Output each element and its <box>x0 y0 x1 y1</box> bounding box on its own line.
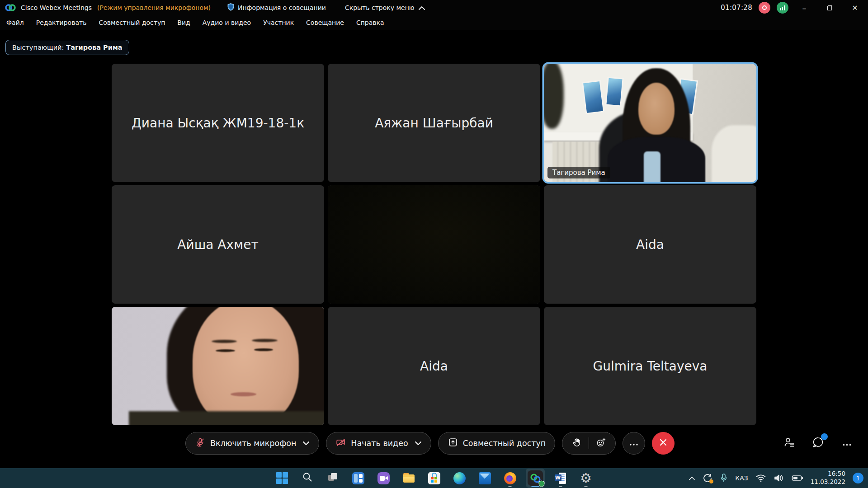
hide-menubar-button[interactable]: Скрыть строку меню <box>345 4 425 12</box>
reactions-group <box>562 432 616 455</box>
notification-count-badge[interactable]: 1 <box>853 473 863 483</box>
participant-tile[interactable]: Gulmira Teltayeva <box>544 307 756 425</box>
unmute-button[interactable]: Включить микрофон <box>185 432 319 455</box>
video-feed <box>544 64 756 182</box>
mail-icon <box>479 472 491 484</box>
more-panels-button[interactable] <box>839 435 855 451</box>
mic-mode-label: (Режим управления микрофоном) <box>97 4 211 11</box>
chat-app-button[interactable] <box>374 469 393 488</box>
microsoft-store-button[interactable] <box>425 469 443 488</box>
participant-tile[interactable]: Диана Ысқақ ЖМ19-18-1к <box>112 64 324 182</box>
participant-name: Аяжан Шағырбай <box>375 116 493 131</box>
controls-right <box>781 435 855 451</box>
participant-tile-active-speaker[interactable]: Тагирова Рима <box>544 64 756 182</box>
start-button[interactable] <box>273 469 292 488</box>
more-options-button[interactable] <box>623 432 645 455</box>
menu-edit[interactable]: Редактировать <box>36 19 87 26</box>
recording-indicator-icon[interactable] <box>759 2 770 14</box>
share-content-button[interactable]: Совместный доступ <box>438 432 556 455</box>
clock-date: 11.03.2022 <box>811 478 845 486</box>
menubar: Файл Редактировать Совместный доступ Вид… <box>0 15 868 30</box>
windows-start-icon <box>276 472 288 484</box>
chevron-down-icon[interactable] <box>302 441 310 446</box>
battery-icon[interactable] <box>792 474 803 483</box>
shield-badge-icon <box>538 480 545 487</box>
meeting-timer: 01:07:28 <box>721 4 752 12</box>
language-indicator[interactable]: КАЗ <box>735 474 748 482</box>
participant-name-chip: Тагирова Рима <box>547 167 610 178</box>
participant-tile[interactable]: Aida <box>544 185 756 304</box>
sync-update-icon[interactable] <box>703 473 712 483</box>
webex-app-button[interactable] <box>526 469 545 488</box>
video-feed <box>112 307 324 425</box>
menu-help[interactable]: Справка <box>356 19 384 26</box>
participant-tile[interactable]: Аяжан Шағырбай <box>328 64 540 182</box>
taskbar-clock[interactable]: 16:50 11.03.2022 <box>811 470 845 486</box>
settings-button[interactable]: ⚙ <box>576 469 595 488</box>
start-video-button[interactable]: Начать видео <box>326 432 431 455</box>
word-button[interactable]: W <box>551 469 570 488</box>
camera-off-icon <box>335 437 346 450</box>
connection-stats-icon[interactable] <box>777 2 788 14</box>
share-screen-icon <box>448 437 458 450</box>
edge-button[interactable] <box>450 469 469 488</box>
wifi-icon[interactable] <box>755 474 766 483</box>
word-icon: W <box>555 472 567 484</box>
settings-gear-icon: ⚙ <box>580 472 592 485</box>
meeting-info-button[interactable]: Информация о совещании <box>227 3 326 13</box>
app-title: Cisco Webex Meetings <box>21 4 92 11</box>
clock-time: 16:50 <box>811 470 845 478</box>
firefox-icon <box>504 472 516 484</box>
participant-tile[interactable]: Aida <box>328 307 540 425</box>
active-speaker-badge: Выступающий: Тагирова Рима <box>5 40 129 55</box>
titlebar-right: 01:07:28 – ✕ <box>721 1 868 14</box>
ellipsis-icon <box>629 439 638 448</box>
edge-icon <box>453 472 466 484</box>
teams-chat-icon <box>377 472 390 484</box>
menu-meeting[interactable]: Совещание <box>306 19 344 26</box>
menu-view[interactable]: Вид <box>177 19 190 26</box>
participant-tile-video[interactable] <box>112 307 324 425</box>
smiley-plus-icon <box>595 437 607 450</box>
mic-muted-icon <box>195 437 206 450</box>
grid-row-1: Диана Ысқақ ЖМ19-18-1к Аяжан Шағырбай Та… <box>112 64 756 182</box>
restore-button[interactable] <box>820 1 839 14</box>
close-button[interactable]: ✕ <box>845 1 864 14</box>
speaker-badge-label: Выступающий: <box>12 44 64 51</box>
taskbar-apps: W ⚙ <box>273 469 595 488</box>
participant-tile[interactable]: Айша Ахмет <box>112 185 324 304</box>
leave-meeting-button[interactable] <box>652 432 675 455</box>
task-view-button[interactable] <box>323 469 342 488</box>
widgets-icon <box>352 472 364 484</box>
search-button[interactable] <box>298 469 317 488</box>
chevron-down-icon[interactable] <box>415 441 422 446</box>
video-feed <box>328 185 540 304</box>
close-x-icon <box>659 438 667 448</box>
mail-button[interactable] <box>475 469 494 488</box>
raised-hand-icon <box>571 437 582 450</box>
participants-panel-button[interactable] <box>781 435 797 451</box>
menu-participant[interactable]: Участник <box>263 19 294 26</box>
participant-tile-dark-video[interactable] <box>328 185 540 304</box>
chat-panel-button[interactable] <box>810 435 826 451</box>
mic-in-use-icon[interactable] <box>720 473 728 483</box>
desktop: Cisco Webex Meetings (Режим управления м… <box>0 0 868 488</box>
meeting-controlbar: Включить микрофон Начать видео Совместны <box>0 428 868 458</box>
reactions-button[interactable] <box>589 432 613 454</box>
meeting-info-label: Информация о совещании <box>238 4 326 11</box>
task-view-icon <box>327 471 339 485</box>
menu-share[interactable]: Совместный доступ <box>99 19 165 26</box>
menu-audio-video[interactable]: Аудио и видео <box>203 19 251 26</box>
minimize-button[interactable]: – <box>795 1 814 14</box>
raise-hand-button[interactable] <box>565 432 589 454</box>
webex-app-icon <box>528 470 543 486</box>
tray-chevron-up-icon[interactable] <box>689 476 695 480</box>
firefox-button[interactable] <box>500 469 519 488</box>
widgets-button[interactable] <box>349 469 368 488</box>
menu-file[interactable]: Файл <box>6 19 24 26</box>
participant-name: Диана Ысқақ ЖМ19-18-1к <box>132 116 304 131</box>
windows-taskbar: W ⚙ КАЗ <box>0 468 868 488</box>
file-explorer-button[interactable] <box>399 469 418 488</box>
volume-icon[interactable] <box>774 474 784 483</box>
speaker-badge-name: Тагирова Рима <box>66 44 122 51</box>
